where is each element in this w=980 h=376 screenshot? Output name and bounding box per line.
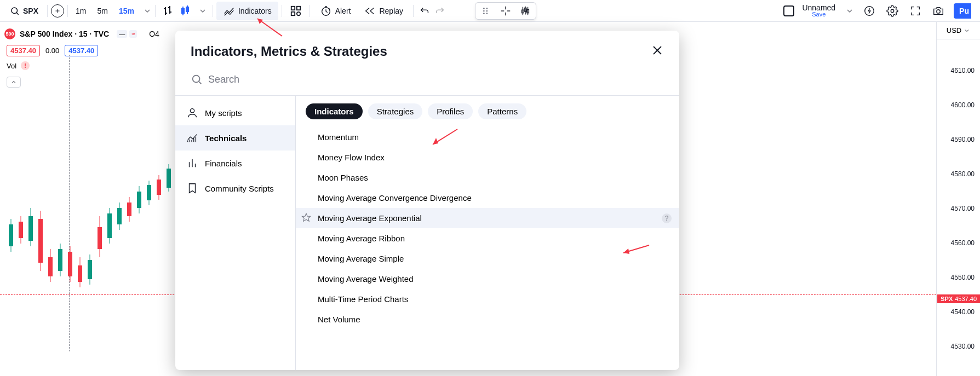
modal-tabs: Indicators Strategies Profiles Patterns — [296, 96, 679, 127]
indicator-item[interactable]: Moving Average Weighted — [296, 269, 679, 289]
timeframe-5m[interactable]: 5m — [93, 4, 112, 18]
svg-rect-57 — [78, 265, 82, 282]
snapshot-button[interactable] — [931, 3, 946, 19]
price-low: 4537.40 — [7, 45, 40, 56]
tab-profiles[interactable]: Profiles — [428, 103, 473, 119]
mini-pill[interactable]: — — [117, 30, 127, 38]
symbol-search[interactable]: SPX — [4, 6, 44, 16]
chart-legend: 500 S&P 500 Index · 15 · TVC — ≈ O4 — [4, 28, 159, 39]
svg-rect-55 — [68, 252, 72, 276]
fullscreen-icon — [909, 5, 921, 17]
svg-rect-53 — [58, 249, 62, 271]
person-icon — [186, 107, 198, 119]
publish-button[interactable]: Pu — [954, 3, 971, 19]
fullscreen-button[interactable] — [908, 3, 923, 19]
divider — [310, 5, 310, 17]
axis-tick: 4600.00 — [951, 101, 975, 109]
category-financials[interactable]: Financials — [175, 151, 295, 176]
chevron-down-icon — [964, 27, 970, 34]
drag-handle-icon — [480, 5, 492, 17]
tab-strategies[interactable]: Strategies — [368, 103, 423, 119]
indicator-label: Moving Average Ribbon — [318, 234, 405, 243]
svg-point-82 — [190, 109, 194, 113]
indicator-item[interactable]: Moon Phases — [296, 167, 679, 188]
collapse-legend-button[interactable] — [7, 77, 21, 88]
chevron-down-icon[interactable] — [143, 7, 152, 15]
quick-search-button[interactable] — [862, 3, 877, 19]
vol-warning-icon[interactable]: ! — [21, 61, 30, 70]
drawing-tools-panel[interactable] — [475, 2, 536, 20]
mini-pill[interactable]: ≈ — [129, 30, 137, 38]
technicals-icon — [186, 132, 198, 144]
divider — [413, 5, 414, 17]
camera-icon — [932, 5, 944, 17]
svg-rect-15 — [296, 6, 300, 9]
svg-rect-59 — [88, 260, 92, 279]
divider — [282, 5, 282, 17]
svg-rect-43 — [9, 224, 13, 246]
alert-button[interactable]: Alert — [313, 2, 358, 20]
svg-rect-63 — [107, 213, 112, 238]
settings-button[interactable] — [885, 3, 900, 19]
chart-title: S&P 500 Index · 15 · TVC — [20, 30, 109, 38]
svg-rect-71 — [147, 185, 151, 200]
category-label: Community Scripts — [205, 184, 274, 193]
category-label: Financials — [205, 159, 242, 168]
indicator-list[interactable]: MomentumMoney Flow IndexMoon PhasesMovin… — [296, 127, 679, 370]
svg-rect-49 — [38, 219, 43, 263]
indicator-label: Multi-Time Period Charts — [318, 294, 408, 304]
svg-line-1 — [16, 13, 18, 14]
category-label: Technicals — [205, 134, 247, 143]
price-axis[interactable]: USD 4610.004600.004590.004580.004570.004… — [936, 22, 980, 376]
indicators-button[interactable]: Indicators — [216, 2, 278, 20]
chevron-up-icon — [10, 79, 17, 85]
indicator-item[interactable]: Moving Average Ribbon — [296, 228, 679, 248]
layout-button[interactable] — [783, 5, 794, 16]
modal-search-input[interactable] — [208, 74, 664, 85]
indicator-item[interactable]: Momentum — [296, 127, 679, 147]
chart-style-group[interactable] — [159, 4, 209, 18]
indicator-item[interactable]: Moving Average Exponential? — [296, 208, 679, 228]
undo-icon — [419, 5, 431, 17]
chevron-down-icon[interactable] — [845, 7, 854, 15]
category-my-scripts[interactable]: My scripts — [175, 100, 295, 125]
help-icon[interactable]: ? — [662, 213, 672, 223]
indicator-item[interactable]: Multi-Time Period Charts — [296, 289, 679, 309]
layout-name: Unnamed — [802, 4, 835, 11]
modal-close-button[interactable] — [651, 44, 664, 59]
svg-rect-75 — [167, 169, 171, 188]
svg-rect-73 — [157, 180, 161, 195]
templates-button[interactable] — [285, 2, 306, 20]
tab-patterns[interactable]: Patterns — [478, 103, 526, 119]
svg-rect-67 — [127, 203, 131, 216]
svg-point-40 — [891, 9, 894, 13]
candle-pattern-icon[interactable] — [519, 5, 531, 17]
currency-label: USD — [947, 26, 961, 34]
category-technicals[interactable]: Technicals — [175, 125, 295, 151]
add-compare-button[interactable] — [51, 4, 64, 18]
modal-search[interactable] — [175, 68, 679, 96]
axis-tick: 4590.00 — [951, 136, 975, 143]
timeframe-1m[interactable]: 1m — [71, 4, 90, 18]
indicator-item[interactable]: Net Volume — [296, 309, 679, 329]
bookmark-icon — [186, 182, 198, 194]
bars-icon — [161, 4, 174, 18]
templates-icon — [290, 5, 302, 17]
category-community-scripts[interactable]: Community Scripts — [175, 176, 295, 201]
currency-selector[interactable]: USD — [937, 22, 980, 39]
favorite-star-icon[interactable] — [301, 212, 311, 224]
tab-indicators[interactable]: Indicators — [306, 103, 363, 119]
crosshair-icon[interactable] — [500, 5, 512, 17]
undo-button[interactable] — [417, 3, 432, 19]
indicator-item[interactable]: Moving Average Convergence Divergence — [296, 188, 679, 208]
layout-name-group[interactable]: Unnamed Save — [802, 4, 835, 18]
axis-tick: 4560.00 — [951, 239, 975, 247]
indicator-item[interactable]: Money Flow Index — [296, 147, 679, 167]
redo-button[interactable] — [432, 3, 448, 19]
candlestick-chart — [5, 148, 192, 345]
chevron-down-icon[interactable] — [198, 7, 207, 15]
timeframe-15m[interactable]: 15m — [114, 4, 139, 18]
indicator-item[interactable]: Moving Average Simple — [296, 248, 679, 269]
timeframe-group: 1m 5m 15m — [71, 4, 152, 18]
replay-button[interactable]: Replay — [357, 2, 410, 20]
